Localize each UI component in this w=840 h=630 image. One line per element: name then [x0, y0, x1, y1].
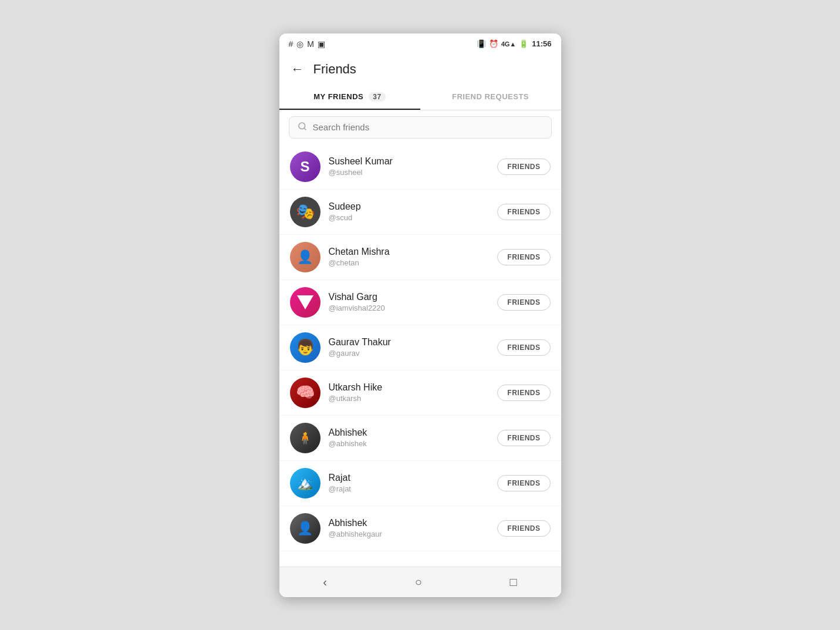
friend-handle: @chetan: [329, 258, 490, 267]
signal-icon: 4G▲: [501, 41, 517, 48]
photos-icon: ▣: [318, 39, 325, 49]
friend-handle: @rajat: [329, 484, 490, 493]
status-icons: 📳 ⏰ 4G▲ 🔋: [477, 39, 529, 48]
svg-line-1: [304, 128, 306, 130]
friend-info: Abhishek @abhishek: [329, 427, 490, 448]
header: ← Friends: [279, 55, 561, 84]
friends-button[interactable]: FRIENDS: [497, 475, 550, 491]
avatar: 🧍: [290, 423, 321, 453]
friend-name: Gaurav Thakur: [329, 337, 490, 348]
friend-handle: @abhishek: [329, 439, 490, 448]
tab-friend-requests[interactable]: FRIEND REQUESTS: [420, 84, 561, 110]
tabs: MY FRIENDS 37 FRIEND REQUESTS: [279, 84, 561, 110]
avatar: 👦: [290, 332, 321, 363]
search-input[interactable]: [313, 122, 543, 132]
avatar: 🎭: [290, 197, 321, 227]
avatar: 👤: [290, 242, 321, 272]
friend-info: Vishal Garg @iamvishal2220: [329, 292, 490, 312]
friends-button[interactable]: FRIENDS: [497, 430, 550, 446]
friend-info: Rajat @rajat: [329, 473, 490, 493]
friends-button[interactable]: FRIENDS: [497, 249, 550, 265]
status-bar-left: # ◎ M ▣: [289, 39, 325, 49]
friend-handle: @gaurav: [329, 349, 490, 358]
friend-handle: @utkarsh: [329, 394, 490, 403]
gmail-icon: M: [307, 39, 314, 49]
battery-icon: 🔋: [519, 39, 528, 48]
avatar: 🏔️: [290, 468, 321, 498]
friends-button[interactable]: FRIENDS: [497, 294, 550, 311]
hashtag-icon: #: [289, 39, 294, 49]
friends-list: S Susheel Kumar @susheel FRIENDS 🎭 Sudee…: [279, 144, 561, 567]
friends-count-badge: 37: [369, 92, 385, 102]
friend-name: Sudeep: [329, 201, 490, 212]
search-input-container[interactable]: [289, 116, 552, 139]
list-item: 👤 Abhishek @abhishekgaur FRIENDS: [279, 506, 561, 551]
friends-button[interactable]: FRIENDS: [497, 385, 550, 401]
list-item: Vishal Garg @iamvishal2220 FRIENDS: [279, 280, 561, 325]
friend-name: Susheel Kumar: [329, 156, 490, 167]
friend-handle: @scud: [329, 213, 490, 222]
search-icon: [298, 122, 307, 133]
clock-time: 11:56: [532, 39, 551, 48]
home-nav-icon[interactable]: ○: [403, 571, 434, 594]
friend-info: Sudeep @scud: [329, 201, 490, 222]
friend-name: Rajat: [329, 473, 490, 483]
tab-my-friends[interactable]: MY FRIENDS 37: [279, 84, 420, 110]
friend-name: Abhishek: [329, 518, 490, 528]
friend-name: Abhishek: [329, 427, 490, 438]
avatar: 🧠: [290, 378, 321, 408]
friends-button[interactable]: FRIENDS: [497, 339, 550, 356]
list-item: 🎭 Sudeep @scud FRIENDS: [279, 190, 561, 235]
back-button[interactable]: ←: [291, 62, 304, 77]
friend-info: Chetan Mishra @chetan: [329, 247, 490, 267]
friend-name: Utkarsh Hike: [329, 382, 490, 393]
friend-handle: @susheel: [329, 168, 490, 177]
friend-info: Susheel Kumar @susheel: [329, 156, 490, 177]
avatar: S: [290, 151, 321, 182]
friend-info: Utkarsh Hike @utkarsh: [329, 382, 490, 403]
friends-button[interactable]: FRIENDS: [497, 204, 550, 220]
friends-button[interactable]: FRIENDS: [497, 159, 550, 175]
whatsapp-icon: ◎: [296, 39, 303, 49]
status-bar: # ◎ M ▣ 📳 ⏰ 4G▲ 🔋 11:56: [279, 33, 561, 55]
vibrate-icon: 📳: [477, 39, 486, 48]
list-item: 🏔️ Rajat @rajat FRIENDS: [279, 461, 561, 506]
phone-container: # ◎ M ▣ 📳 ⏰ 4G▲ 🔋 11:56 ← Friends MY FRI…: [279, 33, 561, 597]
recents-nav-icon[interactable]: □: [498, 571, 529, 594]
friends-button[interactable]: FRIENDS: [497, 520, 550, 537]
list-item: 👦 Gaurav Thakur @gaurav FRIENDS: [279, 325, 561, 370]
list-item: 🧠 Utkarsh Hike @utkarsh FRIENDS: [279, 370, 561, 416]
bottom-nav: ‹ ○ □: [279, 567, 561, 597]
avatar: 👤: [290, 513, 321, 544]
list-item: S Susheel Kumar @susheel FRIENDS: [279, 144, 561, 190]
back-nav-icon[interactable]: ‹: [311, 571, 339, 594]
friend-info: Gaurav Thakur @gaurav: [329, 337, 490, 358]
avatar: [290, 287, 321, 318]
alarm-icon: ⏰: [489, 39, 498, 48]
list-item: 🧍 Abhishek @abhishek FRIENDS: [279, 416, 561, 461]
search-bar: [279, 110, 561, 144]
page-title: Friends: [313, 62, 356, 77]
friend-handle: @iamvishal2220: [329, 304, 490, 312]
friend-name: Vishal Garg: [329, 292, 490, 302]
friend-name: Chetan Mishra: [329, 247, 490, 257]
status-bar-right: 📳 ⏰ 4G▲ 🔋 11:56: [477, 39, 552, 48]
friend-handle: @abhishekgaur: [329, 530, 490, 538]
friend-info: Abhishek @abhishekgaur: [329, 518, 490, 538]
list-item: 👤 Chetan Mishra @chetan FRIENDS: [279, 235, 561, 280]
